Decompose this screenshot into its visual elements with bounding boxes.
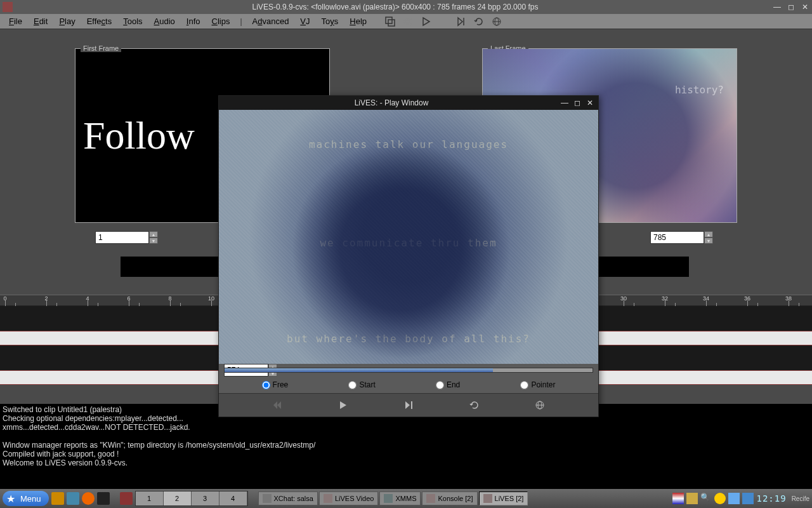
menu-edit[interactable]: Edit [29, 15, 53, 27]
main-titlebar: LiVES-0.9.9-cvs: <followlove.avi (palest… [0, 0, 812, 14]
task-button[interactable]: Konsole [2] [422, 491, 477, 505]
pager-1[interactable]: 1 [136, 491, 164, 505]
pager-3[interactable]: 3 [192, 491, 219, 505]
radio-pointer[interactable]: Pointer [520, 380, 555, 389]
task-button[interactable]: XChat: salsa [258, 491, 318, 505]
transport-loop[interactable] [467, 399, 482, 411]
play-radios-row: Free Start End Pointer [219, 377, 598, 393]
tool-globe-icon[interactable] [491, 16, 502, 27]
tool-separate-window-icon[interactable] [384, 16, 396, 27]
clock-location: Recife [792, 495, 809, 502]
menu-advanced[interactable]: Advanced [247, 15, 294, 27]
log-line: Compiled with jack support, good ! [3, 450, 809, 458]
menu-play[interactable]: Play [54, 15, 80, 27]
minimize-button[interactable]: — [773, 3, 782, 11]
log-line: Window manager reports as "KWin"; temp d… [3, 441, 809, 450]
task-label: LiVES [2] [495, 495, 524, 502]
task-icon [483, 494, 492, 503]
taskbar: Menu 1 2 3 4 XChat: salsaLiVES VideoXMMS… [0, 489, 812, 508]
menu-clips[interactable]: Clips [207, 15, 235, 27]
last-frame-spinner-down[interactable]: ▼ [704, 237, 713, 244]
play-window-title: LiVES: - Play Window [223, 98, 560, 107]
tool-skip-icon[interactable] [455, 16, 467, 27]
radio-end[interactable]: End [436, 380, 460, 389]
last-frame-spinner: ▲ ▼ [650, 231, 713, 244]
radio-free[interactable]: Free [262, 380, 289, 389]
menu-vj[interactable]: VJ [295, 15, 315, 27]
last-frame-input[interactable] [650, 231, 704, 244]
play-window-close[interactable]: ✕ [586, 98, 594, 107]
menu-help[interactable]: Help [344, 15, 372, 27]
log-line: Welcome to LiVES version 0.9.9-cvs. [3, 458, 809, 467]
task-icon [263, 494, 272, 503]
menu-toys[interactable]: Toys [317, 15, 344, 27]
task-icon [384, 494, 393, 503]
log-line [3, 432, 809, 441]
first-frame-text: Follow [83, 113, 195, 158]
clock[interactable]: 12:19 [756, 493, 786, 504]
svg-rect-0 [386, 17, 392, 23]
task-label: Konsole [2] [438, 495, 473, 502]
maximize-button[interactable]: ◻ [787, 3, 796, 11]
menu-separator: | [236, 17, 246, 26]
task-icon [324, 494, 332, 503]
video-area: machines talk our languages we communica… [219, 110, 598, 364]
start-menu-button[interactable]: Menu [3, 491, 49, 506]
play-window-titlebar[interactable]: LiVES: - Play Window — ◻ ✕ [219, 96, 598, 110]
tool-stop-icon[interactable] [438, 16, 449, 27]
menu-effects[interactable]: Effects [82, 15, 117, 27]
tray-flag-icon[interactable] [672, 493, 684, 504]
play-window-minimize[interactable]: — [560, 98, 569, 107]
task-label: XChat: salsa [274, 495, 313, 502]
transport-play[interactable] [335, 399, 350, 411]
tray-xmag-icon[interactable]: 🔍 [700, 493, 712, 504]
pager-2[interactable]: 2 [164, 491, 192, 505]
transport-globe[interactable] [532, 399, 547, 411]
system-tray: 🔍 12:19 Recife [672, 493, 809, 504]
app-icon [3, 2, 13, 12]
transport-row [219, 393, 598, 417]
first-frame-spinner-down[interactable]: ▼ [149, 237, 158, 244]
quicklaunch-terminal-icon[interactable] [97, 492, 110, 505]
quicklaunch-lives-icon[interactable] [120, 492, 133, 505]
play-window-maximize[interactable]: ◻ [573, 98, 582, 107]
play-window: LiVES: - Play Window — ◻ ✕ machines talk… [218, 95, 599, 417]
menu-tools[interactable]: Tools [118, 15, 147, 27]
menubar: File Edit Play Effects Tools Audio Info … [0, 14, 812, 29]
task-label: XMMS [395, 495, 416, 502]
first-frame-spinner: ▲ ▼ [95, 231, 158, 244]
tray-clipboard-icon[interactable] [686, 493, 698, 504]
tray-konqueror-icon[interactable] [742, 493, 754, 504]
close-button[interactable]: ✕ [801, 3, 809, 11]
radio-start[interactable]: Start [348, 380, 375, 389]
task-label: LiVES Video [335, 495, 374, 502]
first-frame-spinner-up[interactable]: ▲ [149, 231, 158, 237]
quicklaunch-desktop-icon[interactable] [51, 492, 64, 505]
window-controls: — ◻ ✕ [773, 3, 809, 11]
playback-slider[interactable] [224, 368, 593, 373]
pager: 1 2 3 4 [135, 491, 248, 506]
transport-skip[interactable] [401, 399, 416, 411]
quicklaunch-home-icon[interactable] [67, 492, 79, 505]
last-frame-spinner-up[interactable]: ▲ [704, 231, 713, 237]
tool-play-icon[interactable] [420, 16, 431, 27]
menu-audio[interactable]: Audio [149, 15, 180, 27]
first-frame-input[interactable] [95, 231, 149, 244]
tray-pidgin-icon[interactable] [714, 493, 726, 504]
tray-app-icon[interactable] [728, 493, 740, 504]
transport-rewind[interactable] [270, 399, 285, 411]
playback-slider-fill [225, 368, 493, 372]
pager-4[interactable]: 4 [219, 491, 247, 505]
last-frame-overlay-text: history? [675, 84, 724, 96]
log-line: xmms...detected...cdda2wav...NOT DETECTE… [3, 423, 809, 432]
task-button[interactable]: LiVES [2] [479, 491, 528, 505]
task-icon [426, 494, 435, 503]
video-overlay-text-1: machines talk our languages [219, 138, 598, 150]
quicklaunch-firefox-icon[interactable] [82, 492, 95, 505]
tool-rewind-icon[interactable] [402, 16, 414, 27]
tool-loop-icon[interactable] [473, 16, 485, 27]
task-button[interactable]: XMMS [379, 491, 421, 505]
menu-file[interactable]: File [4, 15, 27, 27]
task-button[interactable]: LiVES Video [319, 491, 379, 505]
menu-info[interactable]: Info [181, 15, 206, 27]
